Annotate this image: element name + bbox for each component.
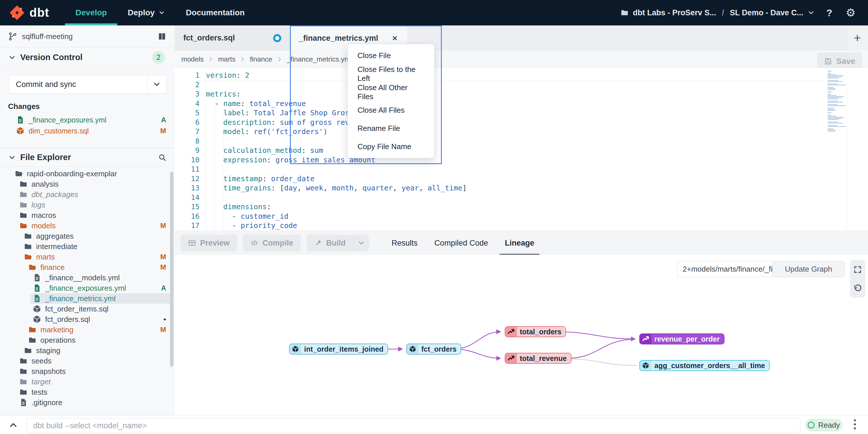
overflow-menu-icon[interactable] xyxy=(852,418,858,429)
code-line-15[interactable]: 15 dimensions: xyxy=(175,202,868,212)
project-name: SL Demo - Dave C... xyxy=(730,8,803,17)
tree-item-seeds[interactable]: seeds xyxy=(0,356,175,366)
new-tab-button[interactable]: + xyxy=(846,25,868,51)
tree-item-label: fct_order_items.sql xyxy=(45,305,166,314)
account-switcher[interactable]: dbt Labs - ProServ S... / SL Demo - Dave… xyxy=(620,8,815,17)
tree-item-_finance_metrics.yml[interactable]: _finance_metrics.yml xyxy=(30,293,170,304)
context-menu-item-close-all-other-files[interactable]: Close All Other Files xyxy=(348,83,434,101)
tree-item-marts[interactable]: martsM xyxy=(0,252,175,262)
code-minimap[interactable] xyxy=(828,71,846,133)
tree-item-_finance_exposures.yml[interactable]: _finance_exposures.ymlA xyxy=(0,283,175,293)
code-line-8[interactable]: 8 xyxy=(175,137,868,146)
folder-icon xyxy=(24,346,32,355)
breadcrumb-item[interactable]: marts xyxy=(218,55,235,63)
tree-item-logs[interactable]: logs xyxy=(0,200,175,210)
expand-panel-chevron-icon[interactable] xyxy=(8,420,19,430)
tree-item-_finance__models.yml[interactable]: _finance__models.yml xyxy=(0,272,175,283)
code-line-16[interactable]: 16 - customer_id xyxy=(175,212,868,221)
code-line-11[interactable]: 11 xyxy=(175,165,868,174)
code-line-3[interactable]: 3metrics: xyxy=(175,90,868,99)
tree-item-fct_orders.sql[interactable]: fct_orders.sql• xyxy=(0,314,175,324)
tree-item-fct_order_items.sql[interactable]: fct_order_items.sql xyxy=(0,304,175,314)
tree-item-rapid-onboarding-exemplar[interactable]: rapid-onboarding-exemplar xyxy=(0,169,175,179)
code-line-10[interactable]: 10 expression: gross_item_sales_amount xyxy=(175,155,868,165)
tree-item-dbt_packages[interactable]: dbt_packages xyxy=(0,189,175,200)
nav-deploy[interactable]: Deploy xyxy=(117,0,175,25)
context-menu-item-close-files-to-the-left[interactable]: Close Files to the Left xyxy=(348,65,434,83)
nav-develop[interactable]: Develop xyxy=(65,0,117,25)
tree-item-target[interactable]: target xyxy=(0,376,175,387)
code-line-2[interactable]: 2 xyxy=(175,80,868,90)
context-menu-item-copy-file-name[interactable]: Copy File Name xyxy=(348,138,434,156)
tree-item-operations[interactable]: operations xyxy=(0,335,175,345)
code-line-9[interactable]: 9 calculation_method: sum xyxy=(175,146,868,155)
breadcrumb-item[interactable]: models xyxy=(181,55,204,63)
dbt-logo[interactable]: dbt xyxy=(0,0,65,25)
changed-file-dim_customers.sql[interactable]: dim_customers.sqlM xyxy=(0,125,175,136)
breadcrumb-item[interactable]: _finance_metrics.yml xyxy=(287,55,352,63)
changed-file-_finance_exposures.yml[interactable]: _finance_exposures.ymlA xyxy=(0,114,175,125)
breadcrumb-chevron-icon xyxy=(276,56,283,62)
code-line-13[interactable]: 13 time_grains: [day, week, month, quart… xyxy=(175,183,868,193)
lineage-canvas[interactable]: int_order_items_joinedfct_orderstotal_or… xyxy=(175,255,868,415)
git-branch-icon xyxy=(8,32,17,41)
lineage-filter-input[interactable]: 2+models/marts/finance/_fir xyxy=(677,261,772,277)
commit-options-chevron[interactable] xyxy=(147,75,166,94)
tree-item-staging[interactable]: staging xyxy=(0,345,175,356)
tree-item-snapshots[interactable]: snapshots xyxy=(0,366,175,376)
code-line-6[interactable]: 6 description: sum of gross revenue xyxy=(175,118,868,127)
panel-tab-results[interactable]: Results xyxy=(392,231,417,255)
code-line-12[interactable]: 12 timestamp: order_date xyxy=(175,174,868,184)
build-button[interactable]: Build xyxy=(307,235,369,251)
close-tab-icon[interactable]: × xyxy=(391,33,399,43)
file-explorer-header[interactable]: File Explorer xyxy=(0,148,175,167)
docs-book-icon[interactable] xyxy=(157,32,166,41)
help-icon[interactable]: ? xyxy=(823,6,836,20)
context-menu-item-close-file[interactable]: Close File xyxy=(348,47,434,65)
tree-item-tests[interactable]: tests xyxy=(0,387,175,397)
tree-item-.gitignore[interactable]: .gitignore xyxy=(0,397,175,408)
tree-item-aggregates[interactable]: aggregates xyxy=(0,231,175,241)
lineage-node-agg_customer_orders__all_time[interactable]: agg_customer_orders__all_time xyxy=(639,360,770,371)
panel-tab-lineage[interactable]: Lineage xyxy=(505,231,534,255)
search-icon[interactable] xyxy=(158,153,166,162)
version-control-header[interactable]: Version Control 2 xyxy=(0,48,175,67)
context-menu-item-rename-file[interactable]: Rename File xyxy=(348,119,434,138)
reset-view-icon[interactable] xyxy=(853,284,862,293)
tree-item-marketing[interactable]: marketingM xyxy=(0,324,175,335)
dbt-command-input[interactable]: dbt build --select <model_name> xyxy=(27,418,800,433)
tree-item-finance[interactable]: financeM xyxy=(0,262,175,272)
code-editor[interactable]: 1version: 223metrics:4 - name: total_rev… xyxy=(175,68,868,231)
fullscreen-icon[interactable] xyxy=(853,265,862,274)
preview-button[interactable]: Preview xyxy=(181,235,237,251)
tree-item-intermediate[interactable]: intermediate xyxy=(0,241,175,252)
context-menu-item-close-all-files[interactable]: Close All Files xyxy=(348,101,434,119)
lineage-node-total_orders[interactable]: total_orders xyxy=(505,326,566,337)
settings-gear-icon[interactable]: ⚙ xyxy=(844,6,858,20)
compile-button[interactable]: Compile xyxy=(243,235,301,251)
lineage-node-revenue_per_order[interactable]: revenue_per_order xyxy=(639,334,724,344)
code-line-1[interactable]: 1version: 2 xyxy=(175,71,868,80)
code-line-17[interactable]: 17 - priority_code xyxy=(175,221,868,231)
changed-file-label: dim_customers.sql xyxy=(29,127,156,135)
breadcrumb-item[interactable]: finance xyxy=(250,55,272,63)
code-line-5[interactable]: 5 label: Total Jaffle Shop Gross Revenue xyxy=(175,108,868,118)
code-line-7[interactable]: 7 model: ref('fct_orders') xyxy=(175,127,868,137)
nav-documentation[interactable]: Documentation xyxy=(176,0,255,25)
tree-item-models[interactable]: modelsM xyxy=(0,221,175,231)
scrollbar-thumb[interactable] xyxy=(170,172,174,367)
code-line-4[interactable]: 4 - name: total_revenue xyxy=(175,99,868,109)
save-button[interactable]: Save xyxy=(817,52,862,70)
nav-label: Develop xyxy=(75,8,107,17)
panel-tab-compiled-code[interactable]: Compiled Code xyxy=(434,231,488,255)
commit-and-sync-button[interactable]: Commit and sync xyxy=(8,75,166,94)
lineage-node-int_order_items_joined[interactable]: int_order_items_joined xyxy=(289,344,388,354)
code-line-14[interactable]: 14 xyxy=(175,193,868,203)
tab-fct-orders[interactable]: fct_orders.sql xyxy=(175,25,290,51)
update-graph-button[interactable]: Update Graph xyxy=(772,261,845,277)
lineage-node-total_revenue[interactable]: total_revenue xyxy=(505,353,571,364)
build-options-chevron[interactable] xyxy=(353,235,369,251)
tree-item-macros[interactable]: macros xyxy=(0,210,175,221)
tree-item-analysis[interactable]: analysis xyxy=(0,179,175,189)
lineage-node-fct_orders[interactable]: fct_orders xyxy=(406,344,461,354)
